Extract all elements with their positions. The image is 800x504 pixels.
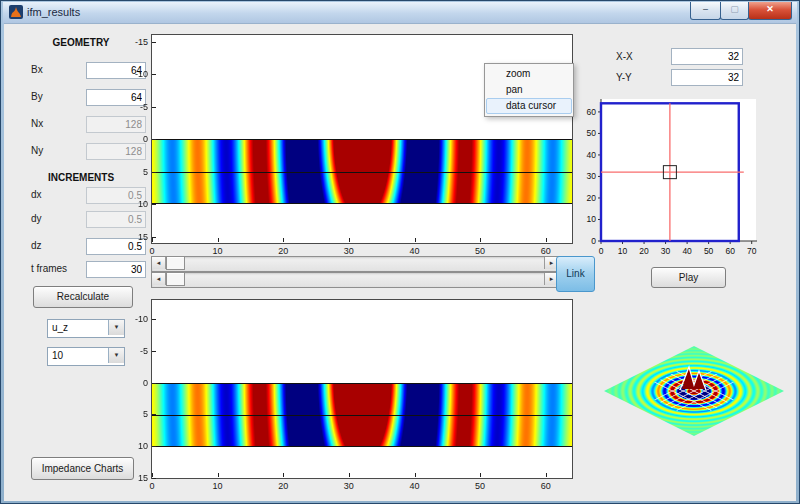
x-tick-label: 30: [339, 481, 359, 491]
window-title: ifm_results: [27, 6, 80, 18]
y-tick-label: 60: [587, 107, 597, 117]
y-tick-mark: [152, 172, 156, 173]
x-tick-label: 60: [536, 481, 556, 491]
y-tick-label: 10: [587, 214, 597, 224]
x-tick-mark: [152, 473, 153, 477]
wavefield-plot-bottom[interactable]: 0102030405060-10-5051015: [151, 299, 573, 479]
x-tick-label: 50: [470, 246, 490, 256]
y-tick-label: 15: [124, 232, 148, 242]
x-tick-label: 20: [273, 246, 293, 256]
navigator-plot[interactable]: 0102030405060700102030405060: [581, 97, 781, 287]
slider-left-arrow-icon[interactable]: ◂: [152, 273, 166, 285]
dy-label: dy: [31, 213, 42, 224]
x-tick-label: 10: [208, 246, 228, 256]
y-tick-mark: [152, 351, 156, 352]
x-tick-label: 70: [747, 246, 757, 256]
y-tick-label: -5: [124, 346, 148, 356]
y-tick-mark: [152, 107, 156, 108]
recalculate-button[interactable]: Recalculate: [33, 286, 133, 308]
y-tick-mark: [152, 446, 156, 447]
y-tick-label: 5: [124, 409, 148, 419]
y-tick-mark: [152, 383, 156, 384]
x-tick-mark: [546, 238, 547, 242]
x-tick-label: 20: [273, 481, 293, 491]
y-tick-label: -15: [124, 37, 148, 47]
x-tick-mark: [283, 238, 284, 242]
yy-field[interactable]: [671, 69, 743, 86]
y-tick-label: 0: [591, 236, 596, 246]
dx-label: dx: [31, 189, 42, 200]
y-tick-label: 0: [124, 134, 148, 144]
x-tick-label: 10: [208, 481, 228, 491]
app-window: ifm_results – ▢ ✕ GEOMETRY Bx By Nx Ny I…: [0, 0, 800, 504]
t-frames-label: t frames: [31, 263, 67, 274]
x-tick-mark: [415, 473, 416, 477]
x-tick-label: 10: [618, 246, 628, 256]
titlebar[interactable]: ifm_results: [3, 2, 797, 23]
context-menu-item-zoom[interactable]: zoom: [486, 66, 572, 82]
x-tick-mark: [283, 473, 284, 477]
minimize-button[interactable]: –: [690, 2, 721, 20]
chevron-down-icon[interactable]: ▼: [108, 348, 124, 363]
x-tick-mark: [415, 238, 416, 242]
x-tick-label: 50: [704, 246, 714, 256]
wavefield-band-top[interactable]: [152, 139, 572, 204]
frame-slider-bottom[interactable]: ◂ ▸: [151, 272, 559, 288]
slider-thumb[interactable]: [166, 272, 185, 286]
yy-label: Y-Y: [616, 72, 632, 83]
x-tick-mark: [546, 473, 547, 477]
dy-field: [86, 211, 146, 228]
xx-field[interactable]: [671, 48, 743, 65]
x-tick-mark: [349, 473, 350, 477]
ny-field: [86, 143, 146, 160]
t-frames-field[interactable]: [86, 261, 146, 278]
variable-dropdown[interactable]: u_z ▼: [47, 319, 125, 338]
slider-thumb[interactable]: [166, 256, 185, 270]
x-tick-label: 20: [639, 246, 649, 256]
y-tick-label: 5: [124, 167, 148, 177]
x-tick-mark: [218, 238, 219, 242]
y-tick-label: -10: [124, 69, 148, 79]
frame-slider-top[interactable]: ◂ ▸: [151, 256, 559, 272]
x-tick-label: 50: [470, 481, 490, 491]
context-menu: zoom pan data cursor: [484, 63, 574, 117]
y-tick-label: -10: [124, 314, 148, 324]
figure-client-area: GEOMETRY Bx By Nx Ny INCREMENTS dx dy dz…: [4, 23, 796, 501]
x-tick-mark: [480, 473, 481, 477]
y-tick-mark: [152, 319, 156, 320]
variable-dropdown-value: u_z: [52, 322, 68, 333]
x-tick-label: 30: [339, 246, 359, 256]
y-tick-mark: [152, 139, 156, 140]
close-button[interactable]: ✕: [748, 2, 792, 20]
level-dropdown-value: 10: [52, 350, 63, 361]
context-menu-item-pan[interactable]: pan: [486, 82, 572, 98]
y-tick-mark: [152, 204, 156, 205]
app-icon: [9, 5, 23, 19]
chevron-down-icon[interactable]: ▼: [108, 320, 124, 335]
x-tick-mark: [152, 238, 153, 242]
y-tick-label: 10: [124, 441, 148, 451]
window-controls: – ▢ ✕: [691, 2, 792, 19]
level-dropdown[interactable]: 10 ▼: [47, 347, 125, 366]
y-tick-label: 40: [587, 150, 597, 160]
x-tick-mark: [480, 238, 481, 242]
y-tick-label: 20: [587, 193, 597, 203]
context-menu-item-data-cursor[interactable]: data cursor: [486, 98, 572, 114]
wavefield-band-bottom[interactable]: [152, 383, 572, 447]
nx-field: [86, 116, 146, 133]
y-tick-label: 0: [124, 378, 148, 388]
x-tick-label: 40: [405, 246, 425, 256]
surface-3d-thumbnail[interactable]: [602, 329, 786, 453]
ny-label: Ny: [31, 145, 43, 156]
y-tick-label: 10: [124, 199, 148, 209]
y-tick-label: 50: [587, 128, 597, 138]
navigator-plot-area[interactable]: [601, 99, 756, 241]
play-button[interactable]: Play: [651, 267, 726, 288]
y-tick-mark: [152, 42, 156, 43]
slider-left-arrow-icon[interactable]: ◂: [152, 257, 166, 269]
geometry-header: GEOMETRY: [31, 37, 131, 48]
maximize-button[interactable]: ▢: [720, 2, 749, 20]
y-tick-mark: [152, 414, 156, 415]
impedance-charts-button[interactable]: Impedance Charts: [31, 457, 134, 480]
y-tick-mark: [152, 478, 156, 479]
